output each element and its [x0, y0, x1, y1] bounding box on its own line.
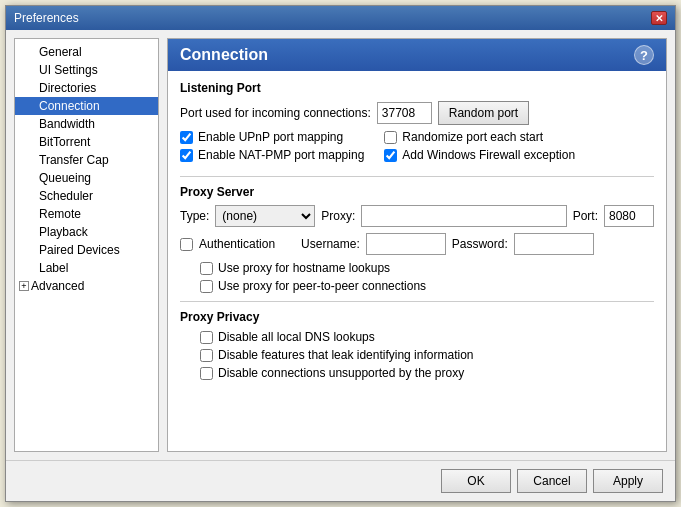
p2p-row: Use proxy for peer-to-peer connections: [180, 279, 654, 293]
proxy-port-input[interactable]: [604, 205, 654, 227]
password-label: Password:: [452, 237, 508, 251]
port-input[interactable]: [377, 102, 432, 124]
col-left: Enable UPnP port mapping Enable NAT-PMP …: [180, 130, 364, 166]
upnp-label: Enable UPnP port mapping: [198, 130, 343, 144]
leak-label: Disable features that leak identifying i…: [218, 348, 473, 362]
upnp-checkbox[interactable]: [180, 131, 193, 144]
sidebar-item-paired-devices[interactable]: Paired Devices: [15, 241, 158, 259]
firewall-label: Add Windows Firewall exception: [402, 148, 575, 162]
nat-pmp-label: Enable NAT-PMP port mapping: [198, 148, 364, 162]
username-label: Username:: [301, 237, 360, 251]
main-panel: Connection ? Listening Port Port used fo…: [167, 38, 667, 452]
unsupported-row: Disable connections unsupported by the p…: [180, 366, 654, 380]
help-button[interactable]: ?: [634, 45, 654, 65]
sidebar-item-advanced[interactable]: + Advanced: [15, 277, 158, 295]
cancel-button[interactable]: Cancel: [517, 469, 587, 493]
hostname-label: Use proxy for hostname lookups: [218, 261, 390, 275]
sidebar-item-connection[interactable]: Connection: [15, 97, 158, 115]
listening-port-section: Listening Port Port used for incoming co…: [180, 81, 654, 166]
firewall-checkbox[interactable]: [384, 149, 397, 162]
auth-checkbox[interactable]: [180, 238, 193, 251]
title-bar: Preferences ✕: [6, 6, 675, 30]
username-input[interactable]: [366, 233, 446, 255]
window-title: Preferences: [14, 11, 79, 25]
unsupported-checkbox[interactable]: [200, 367, 213, 380]
panel-header: Connection ?: [168, 39, 666, 71]
col-right: Randomize port each start Add Windows Fi…: [384, 130, 575, 166]
nat-pmp-row: Enable NAT-PMP port mapping: [180, 148, 364, 162]
port-label: Port used for incoming connections:: [180, 106, 371, 120]
random-port-button[interactable]: Random port: [438, 101, 529, 125]
preferences-window: Preferences ✕ General UI Settings Direct…: [5, 5, 676, 502]
hostname-checkbox[interactable]: [200, 262, 213, 275]
proxy-privacy-label: Proxy Privacy: [180, 310, 654, 324]
type-label: Type:: [180, 209, 209, 223]
panel-body: Listening Port Port used for incoming co…: [168, 71, 666, 451]
sidebar-item-queueing[interactable]: Queueing: [15, 169, 158, 187]
upnp-row: Enable UPnP port mapping: [180, 130, 364, 144]
proxy-server-label: Proxy Server: [180, 185, 654, 199]
sidebar-item-directories[interactable]: Directories: [15, 79, 158, 97]
checkboxes-row: Enable UPnP port mapping Enable NAT-PMP …: [180, 130, 654, 166]
auth-label: Authentication: [199, 237, 275, 251]
divider-1: [180, 176, 654, 177]
advanced-expander[interactable]: +: [19, 281, 29, 291]
sidebar-item-bandwidth[interactable]: Bandwidth: [15, 115, 158, 133]
ok-button[interactable]: OK: [441, 469, 511, 493]
p2p-label: Use proxy for peer-to-peer connections: [218, 279, 426, 293]
proxy-label: Proxy:: [321, 209, 355, 223]
port-proxy-label: Port:: [573, 209, 598, 223]
proxy-type-select[interactable]: (none) HTTP SOCKS4 SOCKS5: [215, 205, 315, 227]
randomize-row: Randomize port each start: [384, 130, 575, 144]
firewall-row: Add Windows Firewall exception: [384, 148, 575, 162]
nat-pmp-checkbox[interactable]: [180, 149, 193, 162]
sidebar-item-scheduler[interactable]: Scheduler: [15, 187, 158, 205]
unsupported-label: Disable connections unsupported by the p…: [218, 366, 464, 380]
leak-row: Disable features that leak identifying i…: [180, 348, 654, 362]
close-button[interactable]: ✕: [651, 11, 667, 25]
proxy-address-input[interactable]: [361, 205, 566, 227]
sidebar-item-remote[interactable]: Remote: [15, 205, 158, 223]
bottom-bar: OK Cancel Apply: [6, 460, 675, 501]
randomize-label: Randomize port each start: [402, 130, 543, 144]
auth-row: Authentication Username: Password:: [180, 233, 654, 255]
dns-checkbox[interactable]: [200, 331, 213, 344]
proxy-type-row: Type: (none) HTTP SOCKS4 SOCKS5 Proxy: P…: [180, 205, 654, 227]
apply-button[interactable]: Apply: [593, 469, 663, 493]
dns-label: Disable all local DNS lookups: [218, 330, 375, 344]
sidebar-item-playback[interactable]: Playback: [15, 223, 158, 241]
listening-port-label: Listening Port: [180, 81, 654, 95]
sidebar-item-bittorrent[interactable]: BitTorrent: [15, 133, 158, 151]
sidebar-item-general[interactable]: General: [15, 43, 158, 61]
randomize-checkbox[interactable]: [384, 131, 397, 144]
content-area: General UI Settings Directories Connecti…: [6, 30, 675, 460]
panel-title: Connection: [180, 46, 268, 64]
hostname-row: Use proxy for hostname lookups: [180, 261, 654, 275]
sidebar: General UI Settings Directories Connecti…: [14, 38, 159, 452]
sidebar-item-label[interactable]: Label: [15, 259, 158, 277]
password-input[interactable]: [514, 233, 594, 255]
p2p-checkbox[interactable]: [200, 280, 213, 293]
leak-checkbox[interactable]: [200, 349, 213, 362]
sidebar-item-ui-settings[interactable]: UI Settings: [15, 61, 158, 79]
divider-2: [180, 301, 654, 302]
sidebar-item-transfer-cap[interactable]: Transfer Cap: [15, 151, 158, 169]
port-row: Port used for incoming connections: Rand…: [180, 101, 654, 125]
dns-row: Disable all local DNS lookups: [180, 330, 654, 344]
